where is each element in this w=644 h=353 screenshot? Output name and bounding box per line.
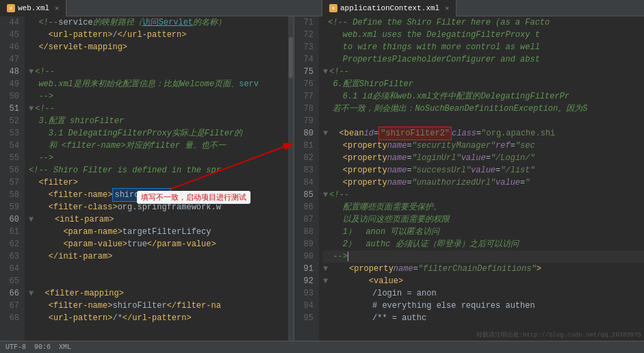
right-line-79 xyxy=(323,115,644,127)
right-line-75: ▼<!-- xyxy=(323,66,644,78)
left-line-50: --> xyxy=(29,90,294,103)
right-line-95: /** = authc xyxy=(323,312,644,324)
xml-icon-left: x xyxy=(7,4,15,12)
right-line-76: 6.配置ShiroFilter xyxy=(323,78,644,90)
tab-label-app-context: applicationContext.xml xyxy=(340,4,439,12)
left-line-61: <param-name>targetFilterLifecy xyxy=(29,226,294,238)
left-code-lines: <!-- service的映射路径（访问Servlet的名称） <url-pat… xyxy=(25,16,294,341)
tab-close-right[interactable]: ✕ xyxy=(445,4,449,12)
left-code-area[interactable]: 44 45 46 47 48 49 50 51 52 53 54 55 56 5… xyxy=(0,16,294,341)
right-line-80: ▼ <bean id="shiroFilter2" class="org.apa… xyxy=(323,127,644,140)
watermark: 转载请注明出处:http://blog.csdn.net/qq_26383975 xyxy=(476,330,641,339)
xml-icon-right: x xyxy=(329,4,337,12)
left-line-58: <filter-name>shiroFilter</filter-na xyxy=(29,189,294,201)
right-code-lines: <!-- Define the Shiro Filter here (as a … xyxy=(319,16,644,341)
left-line-56: <!-- Shiro Filter is defined in the spr xyxy=(29,164,294,176)
left-line-57: <filter> xyxy=(29,176,294,189)
left-line-68: <url-pattern>/*</url-pattern> xyxy=(29,312,294,324)
left-line-65 xyxy=(29,275,294,287)
tab-bar: x web.xml ✕ x applicationContext.xml ✕ xyxy=(0,0,644,16)
left-line-60: ▼ <init-param> xyxy=(29,213,294,226)
right-code-area[interactable]: 71 72 73 74 75 76 77 78 79 80 81 82 83 8… xyxy=(294,16,644,341)
right-line-73: to wire things with more control as well xyxy=(323,41,644,53)
right-line-72: web.xml uses the DelegatingFilterProxy t xyxy=(323,29,644,41)
line-col: 90:6 xyxy=(34,343,51,351)
tab-web-xml[interactable]: x web.xml ✕ xyxy=(0,0,66,16)
right-line-77: 6.1 id必须和web.xml文件中配置的DelegatingFilterPr xyxy=(323,90,644,103)
right-line-numbers: 71 72 73 74 75 76 77 78 79 80 81 82 83 8… xyxy=(294,16,319,341)
left-line-46: </servlet-mapping> xyxy=(29,41,294,53)
right-editor-pane[interactable]: 71 72 73 74 75 76 77 78 79 80 81 82 83 8… xyxy=(294,16,644,341)
left-line-64 xyxy=(29,263,294,275)
right-line-82: <property name="loginUrl" value="/Login/… xyxy=(323,152,644,164)
left-line-54: 和 <filter-name>对应的filter 量。也不一 xyxy=(29,140,294,152)
tab-app-context[interactable]: x applicationContext.xml ✕ xyxy=(322,0,456,16)
left-line-53: 3.1 DelegatingFilterProxy实际上是Filter的 xyxy=(29,127,294,140)
status-text: UTF-8 xyxy=(5,343,26,351)
right-line-85: ▼<!-- xyxy=(323,189,644,201)
right-line-74: PropertiesPlaceholderConfigurer and abst xyxy=(323,53,644,66)
left-line-52: 3.配置 shiroFilter xyxy=(29,115,294,127)
right-line-83: <property name="successUrl" value="/list… xyxy=(323,164,644,176)
left-line-63: </init-param> xyxy=(29,250,294,263)
right-line-94: # everything else requires authen xyxy=(323,300,644,312)
tab-close-left[interactable]: ✕ xyxy=(55,4,59,12)
file-type: XML xyxy=(59,343,71,351)
right-line-91: ▼ <property name="filterChainDefinitions… xyxy=(323,263,644,275)
right-line-92: ▼ <value> xyxy=(323,275,644,287)
right-line-81: <property name="securityManager" ref="se… xyxy=(323,140,644,152)
left-line-49: web.xml是用来初始化配置信息：比如Welcome页面、serv xyxy=(29,78,294,90)
editor-container: x web.xml ✕ x applicationContext.xml ✕ 4… xyxy=(0,0,644,353)
right-line-87: 以及访问这些页面需要的权限 xyxy=(323,213,644,226)
right-line-84: <property name="unauthorizedUrl" value=" xyxy=(323,176,644,189)
right-line-78: 若不一致，则会抛出：NoSuchBeanDefinitionException。… xyxy=(323,103,644,115)
tab-label-web-xml: web.xml xyxy=(18,4,49,12)
right-line-71: <!-- Define the Shiro Filter here (as a … xyxy=(323,16,644,29)
split-view: 44 45 46 47 48 49 50 51 52 53 54 55 56 5… xyxy=(0,16,644,341)
left-line-67: <filter-name>shiroFilter</filter-na xyxy=(29,300,294,312)
left-line-numbers: 44 45 46 47 48 49 50 51 52 53 54 55 56 5… xyxy=(0,16,25,341)
left-line-66: ▼ <filter-mapping> xyxy=(29,287,294,300)
right-line-88: 1） anon 可以匿名访问 xyxy=(323,226,644,238)
right-line-93: /login = anon xyxy=(323,287,644,300)
left-line-51: ▼<!-- xyxy=(29,103,294,115)
status-bar: UTF-8 90:6 XML xyxy=(0,341,644,353)
left-line-47 xyxy=(29,53,294,66)
right-line-86: 配置哪些页面需要受保护。 xyxy=(323,201,644,213)
right-line-89: 2） authc 必须认证（即登录）之后可以访问 xyxy=(323,238,644,250)
left-line-55: --> xyxy=(29,152,294,164)
left-line-48: ▼<!-- xyxy=(29,66,294,78)
left-line-45: <url-pattern>/</url-pattern> xyxy=(29,29,294,41)
left-line-59: <filter-class>org.springframework.w xyxy=(29,201,294,213)
right-line-90: --> xyxy=(323,250,644,263)
left-line-62: <param-value>true</param-value> xyxy=(29,238,294,250)
left-line-44: <!-- service的映射路径（访问Servlet的名称） xyxy=(29,16,294,29)
left-editor-pane[interactable]: 44 45 46 47 48 49 50 51 52 53 54 55 56 5… xyxy=(0,16,294,341)
